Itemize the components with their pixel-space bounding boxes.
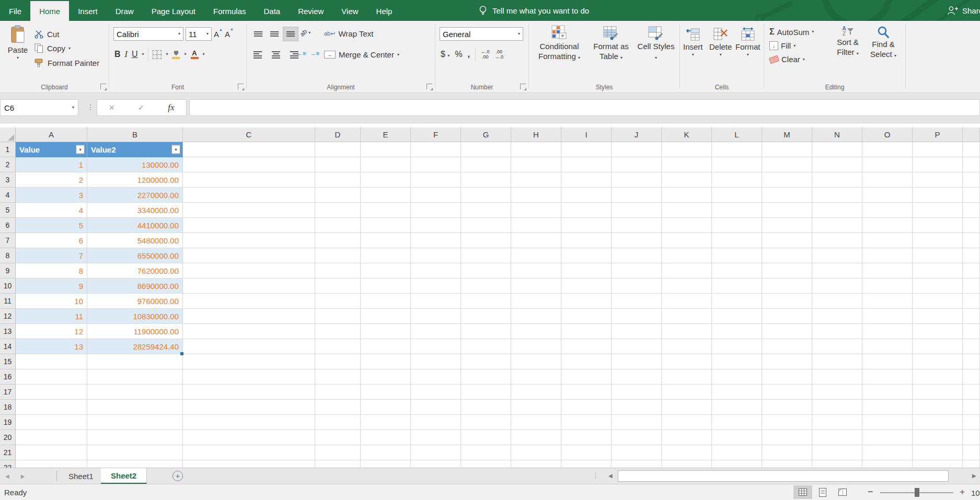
cell[interactable] <box>511 309 561 324</box>
percent-button[interactable]: % <box>455 50 462 59</box>
cell[interactable] <box>963 460 980 468</box>
top-align-button[interactable] <box>251 27 266 41</box>
cell[interactable] <box>183 460 315 468</box>
cell[interactable] <box>561 460 612 468</box>
cell[interactable] <box>561 415 612 430</box>
cell[interactable] <box>315 369 361 385</box>
filter-button[interactable]: ▾ <box>76 145 85 154</box>
row-header-8[interactable]: 8 <box>0 248 16 263</box>
cell[interactable] <box>461 142 511 157</box>
cell[interactable] <box>963 400 980 415</box>
cell[interactable] <box>411 460 461 468</box>
cell[interactable] <box>561 309 612 324</box>
cell[interactable] <box>461 445 511 460</box>
cell[interactable] <box>16 400 87 415</box>
cell[interactable] <box>712 445 762 460</box>
cell[interactable]: 130000.00 <box>87 157 183 172</box>
scroll-left-arrow[interactable]: ◀ <box>608 473 613 479</box>
row-header-22[interactable]: 22 <box>0 460 16 468</box>
cell[interactable] <box>612 415 662 430</box>
cell[interactable] <box>361 324 411 339</box>
cell[interactable] <box>862 369 913 385</box>
cell[interactable] <box>183 294 315 309</box>
cell[interactable] <box>612 460 662 468</box>
cell[interactable] <box>461 430 511 445</box>
cell[interactable] <box>963 309 980 324</box>
cell[interactable] <box>461 172 511 188</box>
cell[interactable] <box>87 415 183 430</box>
cell[interactable] <box>361 248 411 263</box>
column-header-a[interactable]: A <box>16 127 87 142</box>
cell[interactable] <box>812 430 862 445</box>
cell[interactable] <box>612 278 662 294</box>
cell[interactable] <box>511 203 561 218</box>
cell[interactable] <box>662 369 712 385</box>
cell[interactable] <box>913 157 963 172</box>
cell[interactable] <box>411 142 461 157</box>
cell[interactable] <box>511 278 561 294</box>
cell[interactable]: 7 <box>16 248 87 263</box>
find-select-button[interactable]: Find & Select ▾ <box>867 26 900 60</box>
cell[interactable] <box>712 142 762 157</box>
menu-tab-home[interactable]: Home <box>30 1 69 21</box>
column-header-k[interactable]: K <box>662 127 712 142</box>
cell[interactable]: 2270000.00 <box>87 188 183 203</box>
cell[interactable] <box>612 157 662 172</box>
column-header-p[interactable]: P <box>913 127 963 142</box>
cell[interactable] <box>612 294 662 309</box>
cell[interactable] <box>913 354 963 369</box>
cell[interactable]: 6550000.00 <box>87 248 183 263</box>
cell[interactable] <box>762 339 812 354</box>
cell[interactable] <box>511 188 561 203</box>
cell[interactable] <box>612 203 662 218</box>
cell[interactable] <box>411 294 461 309</box>
cell[interactable] <box>963 294 980 309</box>
cell[interactable] <box>662 339 712 354</box>
cell[interactable] <box>561 324 612 339</box>
cell[interactable] <box>963 263 980 278</box>
cell[interactable] <box>862 445 913 460</box>
row-header-6[interactable]: 6 <box>0 218 16 233</box>
select-all-corner[interactable] <box>0 127 16 142</box>
cell[interactable] <box>461 294 511 309</box>
cell[interactable] <box>963 218 980 233</box>
cell[interactable] <box>511 294 561 309</box>
column-header-n[interactable]: N <box>812 127 862 142</box>
table-header-value2[interactable]: Value2▾ <box>87 142 183 157</box>
cell[interactable] <box>913 203 963 218</box>
cell[interactable] <box>511 233 561 248</box>
cell[interactable] <box>561 172 612 188</box>
cell[interactable] <box>411 339 461 354</box>
cell[interactable] <box>762 460 812 468</box>
cell[interactable] <box>561 369 612 385</box>
cell[interactable] <box>662 248 712 263</box>
cell[interactable] <box>361 400 411 415</box>
cell[interactable] <box>315 400 361 415</box>
cell[interactable] <box>361 369 411 385</box>
cell[interactable] <box>183 415 315 430</box>
cell[interactable] <box>862 248 913 263</box>
clear-button[interactable]: Clear ▾ <box>769 55 814 64</box>
cell[interactable] <box>662 415 712 430</box>
cell[interactable] <box>963 233 980 248</box>
cell[interactable] <box>315 278 361 294</box>
cell[interactable] <box>762 203 812 218</box>
row-header-15[interactable]: 15 <box>0 354 16 369</box>
cell[interactable] <box>16 354 87 369</box>
cell[interactable] <box>561 233 612 248</box>
cell[interactable] <box>762 142 812 157</box>
cell[interactable] <box>315 430 361 445</box>
cell[interactable] <box>862 294 913 309</box>
cell[interactable] <box>511 430 561 445</box>
cell[interactable] <box>361 309 411 324</box>
cell[interactable] <box>913 294 963 309</box>
cell[interactable] <box>561 203 612 218</box>
column-header-partial[interactable] <box>963 127 980 142</box>
cell[interactable] <box>862 324 913 339</box>
cell[interactable] <box>862 309 913 324</box>
font-size-combo[interactable]: 11 ▾ <box>186 27 212 41</box>
cell[interactable] <box>762 172 812 188</box>
scroll-right-arrow[interactable]: ▶ <box>972 473 976 479</box>
row-header-3[interactable]: 3 <box>0 172 16 188</box>
cell[interactable]: 12 <box>16 324 87 339</box>
